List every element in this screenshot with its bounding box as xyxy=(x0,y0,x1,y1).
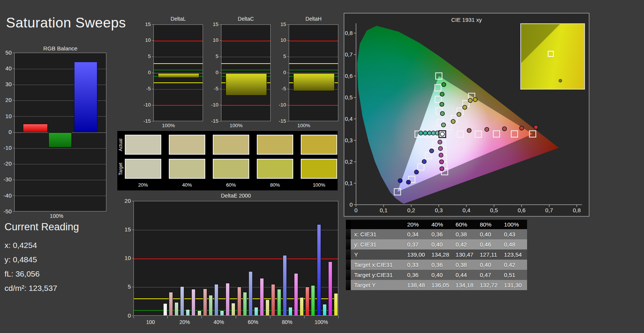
cie-measured-point-magenta xyxy=(438,140,442,144)
y-tick-label: 15 xyxy=(266,21,286,27)
y-tick-mark xyxy=(152,89,153,89)
cie-x-tick-label: 0,1 xyxy=(380,207,388,213)
table-label-col-header xyxy=(351,220,406,229)
row-value: 0,40 xyxy=(479,229,503,239)
y-tick-label: 0 xyxy=(131,70,151,75)
y-tick-label: -30 xyxy=(3,176,12,182)
cie-measured-point-red xyxy=(534,125,538,129)
row-value: 0,40 xyxy=(479,260,503,270)
row-label: Y xyxy=(351,249,406,260)
swatch-row-label: Actual xyxy=(117,135,124,155)
cie-x-tick-label: 0,6 xyxy=(518,207,526,213)
row-value: 0,36 xyxy=(430,229,454,239)
y-tick-label: -15 xyxy=(131,118,151,124)
y-tick-mark xyxy=(287,40,289,41)
cie-measured-point-blue xyxy=(414,170,418,174)
reference-line xyxy=(154,105,203,106)
y-tick-label: 15 xyxy=(199,21,218,27)
row-label: y: CIE31 xyxy=(351,239,406,249)
x-group-tick xyxy=(338,316,339,318)
measurement-table: 20%40%60%80%100%x: CIE310,340,360,380,40… xyxy=(346,220,527,291)
table-header-row: 20%40%60%80%100% xyxy=(346,220,527,229)
cie-y-tick-label: 0,1 xyxy=(345,180,353,186)
saturation-swatches-panel: ActualTarget20%40%60%80%100% xyxy=(117,131,338,190)
table-row: y: CIE310,370,400,420,460,48 xyxy=(346,239,527,249)
reference-line xyxy=(154,70,203,70)
row-value: 0,42 xyxy=(503,260,527,270)
y-tick-mark xyxy=(13,68,14,69)
deltae-bar-blue xyxy=(249,271,253,316)
row-strip xyxy=(346,249,351,260)
y-tick-mark xyxy=(152,73,153,73)
cie-measured-point-red xyxy=(502,127,506,131)
deltae-bar-magenta xyxy=(260,278,264,316)
cie-measured-point-cyan xyxy=(431,131,435,135)
y-tick-mark xyxy=(287,73,289,73)
x-group-tick xyxy=(304,316,305,318)
table-col-header: 100% xyxy=(503,220,527,229)
reference-line xyxy=(221,63,270,64)
delta-e-2000-chart: DeltaE 2000 2015105010020%40%60%80%100% xyxy=(110,193,341,333)
y-tick-mark xyxy=(132,230,133,230)
x-group-tick xyxy=(167,316,168,318)
gridline xyxy=(15,180,106,180)
row-value: 127,11 xyxy=(479,249,503,260)
saturation-sweeps-page: Saturation Sweeps RGB Balance 100% 50403… xyxy=(0,0,644,333)
table-col-header: 40% xyxy=(430,220,454,229)
cie-y-tick-label: 0,6 xyxy=(345,73,353,79)
x-group-label: 60% xyxy=(236,319,270,325)
delta-h-title: DeltaH xyxy=(289,16,338,22)
deltae-bar-magenta xyxy=(328,262,332,316)
row-value: 0,44 xyxy=(455,270,479,280)
row-label: x: CIE31 xyxy=(351,229,406,239)
cie-zoom-inset xyxy=(520,23,585,90)
cie-measured-point-yellow xyxy=(473,97,477,102)
deltae-bar-yellow xyxy=(163,303,167,316)
swatch-actual-40% xyxy=(169,135,205,155)
y-tick-label: 0 xyxy=(266,70,286,75)
table-row: Y139,00134,28130,47127,11123,54 xyxy=(346,249,527,260)
deltae-bar-red xyxy=(271,284,275,316)
cie-y-tick-label: 0,4 xyxy=(345,116,353,122)
y-tick-label: 10 xyxy=(199,37,218,43)
y-tick-label: 10 xyxy=(131,37,151,43)
deltae-bar-green xyxy=(311,285,315,316)
cie-measured-point-red xyxy=(467,128,471,132)
row-value: 0,36 xyxy=(430,260,454,270)
y-tick-mark xyxy=(220,121,221,122)
y-tick-mark xyxy=(132,287,133,287)
deltae-bar-magenta xyxy=(191,289,195,316)
swatch-col-label: 80% xyxy=(257,182,293,188)
y-tick-mark xyxy=(287,56,289,57)
delta-c-title: DeltaC xyxy=(221,16,271,22)
y-tick-label: 15 xyxy=(131,21,151,27)
row-value: 0,34 xyxy=(406,229,430,239)
row-value: 0,33 xyxy=(406,260,430,270)
y-tick-label: -20 xyxy=(3,160,12,167)
delta-bar xyxy=(293,73,335,91)
cie-measured-point-magenta xyxy=(438,146,442,151)
deltae-bar-magenta xyxy=(294,273,298,316)
y-tick-label: 40 xyxy=(3,65,12,71)
deltae-bar-blue xyxy=(283,255,287,316)
rgb-balance-x-label: 100% xyxy=(3,213,110,219)
row-value: 136,05 xyxy=(430,280,454,290)
y-tick-mark xyxy=(152,24,153,25)
swatch-actual-20% xyxy=(125,135,161,155)
reading-fL: fL: 36,056 xyxy=(5,267,112,281)
deltae-bar-red xyxy=(203,289,207,316)
y-tick-label: -10 xyxy=(199,102,218,108)
deltae-bar-green xyxy=(174,302,179,316)
gridline xyxy=(134,230,338,230)
row-value: 0,42 xyxy=(455,239,479,249)
y-tick-mark xyxy=(13,211,14,212)
delta-l-chart: DeltaL 100% 151050-5-10-15 xyxy=(131,15,206,132)
y-tick-label: 20 xyxy=(110,198,131,204)
y-tick-label: 0 xyxy=(110,312,131,319)
y-tick-label: 30 xyxy=(3,81,12,87)
table-row: Target x:CIE310,330,360,380,400,42 xyxy=(346,260,527,270)
row-label: Target y:CIE31 xyxy=(351,270,406,280)
cie-y-tick-label: 0,2 xyxy=(345,158,353,165)
cie-inset-measured-dot xyxy=(559,79,562,82)
y-tick-label: -5 xyxy=(131,86,151,91)
